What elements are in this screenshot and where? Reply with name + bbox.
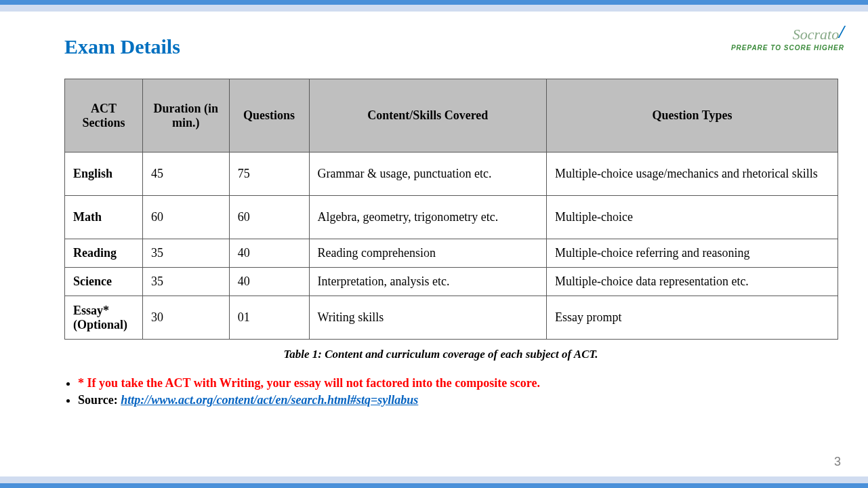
page-title: Exam Details (64, 35, 817, 58)
table-row: English4575Grammar & usage, punctuation … (65, 152, 838, 196)
bottom-accent-bar (0, 483, 868, 488)
table-header-row: ACT Sections Duration (in min.) Question… (65, 79, 838, 152)
th-types: Question Types (547, 79, 838, 152)
cell-questions: 40 (229, 239, 309, 268)
cell-content: Grammar & usage, punctuation etc. (309, 152, 546, 196)
cell-questions: 40 (229, 268, 309, 296)
cell-types: Essay prompt (547, 296, 838, 340)
top-accent-bar (0, 0, 868, 5)
exam-table: ACT Sections Duration (in min.) Question… (64, 79, 838, 340)
cell-duration: 45 (142, 152, 229, 196)
table-caption: Table 1: Content and curriculum coverage… (64, 348, 817, 361)
source-link[interactable]: http://www.act.org/content/act/en/search… (121, 393, 418, 407)
cell-section: Reading (65, 239, 143, 268)
table-row: Reading3540Reading comprehensionMultiple… (65, 239, 838, 268)
note-warning: * If you take the ACT with Writing, your… (78, 376, 817, 390)
cell-questions: 75 (229, 152, 309, 196)
cell-content: Algebra, geometry, trigonometry etc. (309, 196, 546, 239)
bottom-accent-bar-light (0, 476, 868, 483)
cell-content: Writing skills (309, 296, 546, 340)
cell-types: Multiple-choice data representation etc. (547, 268, 838, 296)
cell-types: Multiple-choice referring and reasoning (547, 239, 838, 268)
cell-duration: 35 (142, 268, 229, 296)
note-source: Source: http://www.act.org/content/act/e… (78, 393, 817, 407)
cell-content: Reading comprehension (309, 239, 546, 268)
page-number: 3 (834, 455, 841, 469)
th-questions: Questions (229, 79, 309, 152)
cell-section: Science (65, 268, 143, 296)
cell-section: Essay* (Optional) (65, 296, 143, 340)
th-content: Content/Skills Covered (309, 79, 546, 152)
cell-types: Multiple-choice usage/mechanics and rhet… (547, 152, 838, 196)
cell-section: English (65, 152, 143, 196)
cell-section: Math (65, 196, 143, 239)
th-duration: Duration (in min.) (142, 79, 229, 152)
cell-content: Interpretation, analysis etc. (309, 268, 546, 296)
cell-duration: 35 (142, 239, 229, 268)
cell-duration: 60 (142, 196, 229, 239)
notes-list: * If you take the ACT with Writing, your… (64, 376, 817, 407)
table-row: Math6060Algebra, geometry, trigonometry … (65, 196, 838, 239)
table-row: Science3540Interpretation, analysis etc.… (65, 268, 838, 296)
cell-duration: 30 (142, 296, 229, 340)
th-sections: ACT Sections (65, 79, 143, 152)
cell-types: Multiple-choice (547, 196, 838, 239)
table-row: Essay* (Optional)3001Writing skillsEssay… (65, 296, 838, 340)
top-accent-bar-light (0, 5, 868, 12)
cell-questions: 60 (229, 196, 309, 239)
cell-questions: 01 (229, 296, 309, 340)
